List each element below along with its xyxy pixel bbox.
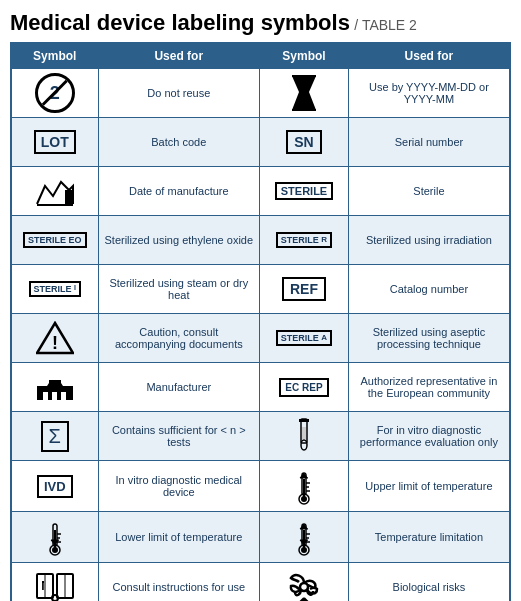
symbol-img-left-8: IVD	[18, 466, 92, 506]
symbol-cell-right-8	[260, 461, 349, 512]
used-for-right-6: Authorized representative in the Europea…	[348, 363, 510, 412]
symbol-img-right-8	[266, 465, 342, 507]
svg-rect-26	[54, 530, 56, 548]
used-for-right-2: Sterile	[348, 167, 510, 216]
svg-text:!: !	[52, 333, 58, 353]
used-for-left-0: Do not reuse	[98, 69, 260, 118]
used-for-left-9: Lower limit of temperature	[98, 512, 260, 563]
table-row: LOTBatch codeSNSerial number	[11, 118, 510, 167]
symbol-img-left-0: 2	[18, 73, 92, 113]
symbol-img-right-7	[266, 416, 342, 456]
used-for-left-2: Date of manufacture	[98, 167, 260, 216]
used-for-right-10: Biological risks	[348, 563, 510, 602]
svg-rect-11	[61, 392, 66, 400]
symbol-img-right-6: EC REP	[266, 367, 342, 407]
header-col1: Symbol	[11, 43, 98, 69]
svg-point-34	[301, 547, 307, 553]
symbol-img-left-3: STERILE EO	[18, 220, 92, 260]
symbol-img-left-9	[18, 516, 92, 558]
svg-rect-33	[303, 530, 305, 548]
table-row: 2 Do not reuse Use by YYYY-MM-DD or YYYY…	[11, 69, 510, 118]
symbol-img-left-2	[18, 171, 92, 211]
page-title: Medical device labeling symbols	[10, 10, 350, 35]
used-for-right-3: Sterilized using irradiation	[348, 216, 510, 265]
used-for-left-8: In vitro diagnostic medical device	[98, 461, 260, 512]
svg-point-42	[52, 595, 58, 601]
symbol-cell-left-0: 2	[11, 69, 98, 118]
symbol-img-right-10	[266, 567, 342, 601]
symbol-cell-left-10: i	[11, 563, 98, 602]
symbol-cell-left-4: STERILE I	[11, 265, 98, 314]
used-for-right-0: Use by YYYY-MM-DD or YYYY-MM	[348, 69, 510, 118]
symbol-img-right-1: SN	[266, 122, 342, 162]
svg-point-14	[301, 440, 307, 450]
symbol-cell-left-2	[11, 167, 98, 216]
table-row: Date of manufactureSTERILESterile	[11, 167, 510, 216]
table-row: IVDIn vitro diagnostic medical device Up…	[11, 461, 510, 512]
used-for-left-3: Sterilized using ethylene oxide	[98, 216, 260, 265]
used-for-left-6: Manufacturer	[98, 363, 260, 412]
table-row: i Consult instructions for use Biologica…	[11, 563, 510, 602]
symbol-cell-right-3: STERILE R	[260, 216, 349, 265]
used-for-right-8: Upper limit of temperature	[348, 461, 510, 512]
used-for-left-4: Sterilized using steam or dry heat	[98, 265, 260, 314]
symbol-cell-right-7	[260, 412, 349, 461]
header-col4: Used for	[348, 43, 510, 69]
header-col2: Used for	[98, 43, 260, 69]
symbol-cell-left-5: !	[11, 314, 98, 363]
svg-point-27	[52, 547, 58, 553]
page-subtitle: / TABLE 2	[354, 17, 417, 33]
symbol-cell-left-6	[11, 363, 98, 412]
table-row: STERILE EOSterilized using ethylene oxid…	[11, 216, 510, 265]
symbol-cell-right-6: EC REP	[260, 363, 349, 412]
symbol-img-right-4: REF	[266, 269, 342, 309]
table-row: ΣContains sufficient for < n > tests For…	[11, 412, 510, 461]
header-col3: Symbol	[260, 43, 349, 69]
used-for-left-7: Contains sufficient for < n > tests	[98, 412, 260, 461]
table-row: ManufacturerEC REPAuthorized representat…	[11, 363, 510, 412]
used-for-right-9: Temperature limitation	[348, 512, 510, 563]
symbols-table: Symbol Used for Symbol Used for 2 Do not…	[10, 42, 511, 601]
symbol-img-left-1: LOT	[18, 122, 92, 162]
table-row: Lower limit of temperature Temperature l…	[11, 512, 510, 563]
symbol-img-left-6	[18, 367, 92, 407]
symbol-img-left-4: STERILE I	[18, 269, 92, 309]
svg-rect-4	[65, 190, 73, 204]
table-row: ! Caution, consult accompanying document…	[11, 314, 510, 363]
symbol-img-right-0	[266, 73, 342, 113]
symbol-cell-left-3: STERILE EO	[11, 216, 98, 265]
svg-rect-16	[302, 427, 306, 439]
svg-rect-15	[299, 419, 309, 422]
used-for-left-5: Caution, consult accompanying documents	[98, 314, 260, 363]
page: Medical device labeling symbols / TABLE …	[0, 0, 521, 601]
symbol-cell-right-5: STERILE A	[260, 314, 349, 363]
svg-point-20	[301, 496, 307, 502]
symbol-cell-right-10	[260, 563, 349, 602]
symbol-cell-left-8: IVD	[11, 461, 98, 512]
symbol-img-right-9	[266, 516, 342, 558]
symbol-img-right-2: STERILE	[266, 171, 342, 211]
svg-rect-19	[303, 479, 305, 497]
symbol-cell-right-4: REF	[260, 265, 349, 314]
used-for-right-7: For in vitro diagnostic performance eval…	[348, 412, 510, 461]
svg-rect-3	[37, 204, 73, 206]
table-row: STERILE ISterilized using steam or dry h…	[11, 265, 510, 314]
symbol-cell-left-1: LOT	[11, 118, 98, 167]
used-for-left-1: Batch code	[98, 118, 260, 167]
used-for-right-5: Sterilized using aseptic processing tech…	[348, 314, 510, 363]
symbol-img-left-5: !	[18, 318, 92, 358]
symbol-img-right-3: STERILE R	[266, 220, 342, 260]
symbol-cell-left-7: Σ	[11, 412, 98, 461]
symbol-img-left-7: Σ	[18, 416, 92, 456]
svg-rect-10	[52, 392, 57, 400]
svg-rect-9	[43, 392, 48, 400]
symbol-cell-right-0	[260, 69, 349, 118]
used-for-left-10: Consult instructions for use	[98, 563, 260, 602]
used-for-right-1: Serial number	[348, 118, 510, 167]
svg-marker-0	[292, 76, 316, 110]
symbol-img-left-10: i	[18, 567, 92, 601]
symbol-cell-right-2: STERILE	[260, 167, 349, 216]
symbol-img-right-5: STERILE A	[266, 318, 342, 358]
symbol-cell-right-1: SN	[260, 118, 349, 167]
symbol-cell-left-9	[11, 512, 98, 563]
